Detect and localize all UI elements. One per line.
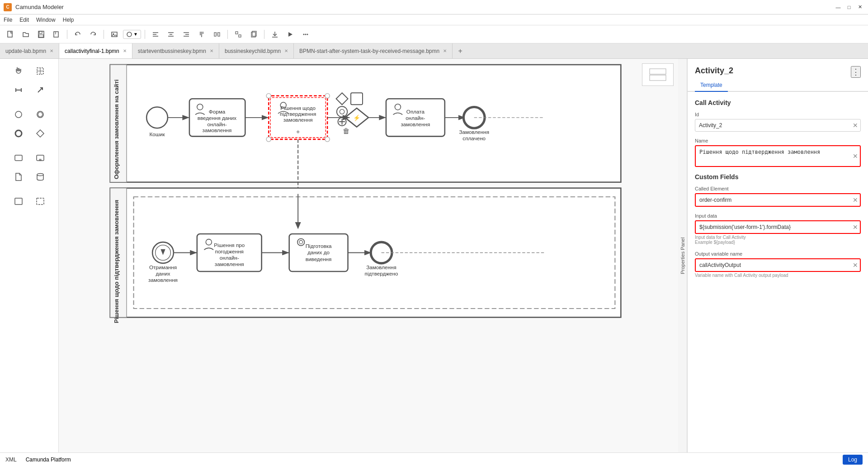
svg-rect-54 xyxy=(110,65,621,182)
input-data-field: Input data ✕ Input data for Call Activit… xyxy=(695,213,861,245)
group-tool[interactable] xyxy=(30,193,50,210)
tab-update-lab[interactable]: update-lab.bpmn ✕ xyxy=(0,43,59,58)
align-right[interactable] xyxy=(179,28,193,41)
expanded-subprocess-tool[interactable] xyxy=(9,193,28,210)
minimize-button[interactable]: — xyxy=(834,3,843,12)
id-field: Id ✕ xyxy=(695,112,861,132)
id-clear-button[interactable]: ✕ xyxy=(853,122,858,129)
distribute-h[interactable] xyxy=(210,28,224,41)
global-connect[interactable] xyxy=(9,81,28,99)
svg-point-43 xyxy=(15,130,22,137)
close-button[interactable]: ✕ xyxy=(855,3,864,12)
intermediate-event-tool[interactable] xyxy=(30,106,50,123)
tab-template[interactable]: Template xyxy=(695,79,728,92)
align-top[interactable] xyxy=(195,28,208,41)
svg-point-40 xyxy=(15,111,22,118)
tab-close[interactable]: ✕ xyxy=(210,48,213,53)
element-title: Activity_2 xyxy=(688,59,868,79)
tab-label: callactivityfinal-1.bpmn xyxy=(65,48,119,54)
copy-paste[interactable] xyxy=(247,28,260,41)
name-clear-button[interactable]: ✕ xyxy=(853,152,858,160)
window-controls: — □ ✕ xyxy=(834,3,864,12)
bpmn-diagram[interactable]: Оформлення замовлення на сайті Кошик Фор… xyxy=(59,59,678,452)
output-variable-input[interactable] xyxy=(695,258,861,272)
hand-tool[interactable] xyxy=(9,62,28,80)
tool-row-4 xyxy=(3,125,56,142)
svg-point-77 xyxy=(325,137,330,142)
tab-close[interactable]: ✕ xyxy=(284,48,288,53)
run-button[interactable] xyxy=(283,28,297,41)
space-tool[interactable] xyxy=(231,28,245,41)
tool-row-7 xyxy=(3,193,56,210)
open-button[interactable] xyxy=(19,28,33,41)
end-event-tool[interactable] xyxy=(9,125,28,142)
xml-status[interactable]: XML xyxy=(5,456,17,463)
svg-marker-29 xyxy=(288,32,292,37)
svg-text:замовлення: замовлення xyxy=(148,277,178,283)
add-tab-button[interactable]: + xyxy=(453,43,468,58)
input-data-clear[interactable]: ✕ xyxy=(853,223,858,231)
undo-button[interactable] xyxy=(71,28,85,41)
new-button[interactable] xyxy=(4,28,17,41)
subprocess-tool[interactable] xyxy=(30,149,50,166)
data-store-tool[interactable] xyxy=(30,168,50,185)
deploy-button[interactable] xyxy=(268,28,282,41)
tab-close[interactable]: ✕ xyxy=(50,48,53,53)
output-variable-input-wrap: ✕ xyxy=(695,258,861,272)
menu-help[interactable]: Help xyxy=(63,17,74,23)
image-button[interactable] xyxy=(108,28,121,41)
call-activity-section: Call Activity Id ✕ Name ✕ xyxy=(695,99,861,167)
menu-file[interactable]: File xyxy=(4,17,12,23)
name-input[interactable] xyxy=(695,145,861,167)
menu-window[interactable]: Window xyxy=(36,17,56,23)
lasso-tool[interactable] xyxy=(30,62,50,80)
more-options-button[interactable]: ⋮ xyxy=(851,66,861,78)
svg-rect-25 xyxy=(239,35,241,37)
menubar: File Edit Window Help xyxy=(0,14,868,25)
platform-status[interactable]: Camunda Platform xyxy=(26,456,71,463)
svg-point-49 xyxy=(37,174,43,176)
tool-dropdown[interactable]: ▼ xyxy=(123,30,141,39)
app-icon: C xyxy=(4,3,12,11)
task-tool[interactable] xyxy=(9,149,28,166)
gateway-tool[interactable] xyxy=(30,125,50,142)
input-data-input[interactable] xyxy=(695,220,861,234)
maximize-button[interactable]: □ xyxy=(844,3,854,12)
svg-point-75 xyxy=(325,94,330,98)
svg-text:підтверджено: підтверджено xyxy=(365,271,398,276)
tab-bussineskey[interactable]: bussineskeychild.bpmn ✕ xyxy=(219,43,294,58)
redo-button[interactable] xyxy=(86,28,100,41)
tab-close[interactable]: ✕ xyxy=(443,48,447,53)
start-event-tool[interactable] xyxy=(9,106,28,123)
svg-text:+: + xyxy=(296,128,300,135)
svg-text:Рішення про: Рішення про xyxy=(214,242,245,248)
tab-label: starteventbussineskey.bpmn xyxy=(138,48,206,54)
menu-edit[interactable]: Edit xyxy=(19,17,29,23)
align-center[interactable] xyxy=(164,28,178,41)
left-toolbar xyxy=(0,59,59,452)
tab-close[interactable]: ✕ xyxy=(123,48,127,53)
called-element-input[interactable] xyxy=(695,193,861,207)
name-input-wrap: ✕ xyxy=(695,145,861,167)
canvas[interactable]: Оформлення замовлення на сайті Кошик Фор… xyxy=(59,59,678,452)
tab-callactivity[interactable]: callactivityfinal-1.bpmn ✕ xyxy=(59,43,132,58)
main-area: Оформлення замовлення на сайті Кошик Фор… xyxy=(0,59,868,452)
more-tools[interactable] xyxy=(299,28,312,41)
data-object-tool[interactable] xyxy=(9,168,28,185)
id-input[interactable] xyxy=(695,119,861,132)
called-element-clear[interactable]: ✕ xyxy=(853,196,858,204)
svg-text:🗑: 🗑 xyxy=(343,127,350,135)
tab-bpmn-start[interactable]: BPMN-start-after-system-task-by-received… xyxy=(294,43,453,58)
output-variable-clear[interactable]: ✕ xyxy=(853,262,858,269)
align-left[interactable] xyxy=(149,28,162,41)
tab-startevent[interactable]: starteventbussineskey.bpmn ✕ xyxy=(132,43,219,58)
save-button[interactable] xyxy=(34,28,48,41)
arrow-tool[interactable] xyxy=(30,81,50,99)
svg-text:замовлення: замовлення xyxy=(215,261,244,267)
svg-rect-6 xyxy=(112,32,117,37)
log-button[interactable]: Log xyxy=(843,455,863,465)
export-button[interactable] xyxy=(50,28,63,41)
svg-line-39 xyxy=(38,88,42,92)
svg-rect-3 xyxy=(39,35,43,37)
tab-label: update-lab.bpmn xyxy=(5,48,46,54)
